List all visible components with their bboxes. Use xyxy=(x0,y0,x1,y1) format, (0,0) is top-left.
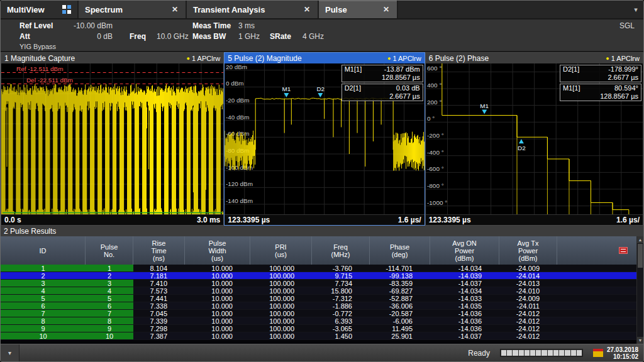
cell: -69.827 xyxy=(370,287,430,294)
cell: 100.000 xyxy=(250,317,312,324)
cell: 10.000 xyxy=(185,317,250,324)
marker-x: 2.6677 µs xyxy=(608,74,638,82)
trace-indicator: ● 1 APClrw xyxy=(606,55,640,62)
panel-pulse-phase-header[interactable]: 6 Pulse (2) Phase ● 1 APClrw xyxy=(426,53,643,63)
freq-value[interactable]: 10.0 GHz xyxy=(157,32,189,41)
column-header-7[interactable]: Avg ON Power (dBm) xyxy=(430,236,499,265)
magnitude-capture-plot[interactable]: Ref -12.511 dBmDel -22.511 dBm xyxy=(1,63,223,214)
trace-indicator: ● 1 APClrw xyxy=(187,55,221,62)
yig-bypass-label: YIG Bypass xyxy=(19,43,56,50)
marker-readout-m1: M1[1] 80.594° 128.8567 µs xyxy=(560,84,641,101)
table-row-2[interactable]: 227.18110.000100.0009.715-99.138-14.039-… xyxy=(1,272,636,280)
table-row-5[interactable]: 557.44110.000100.000-7.312-52.887-14.033… xyxy=(1,295,636,302)
panel-pulse-magnitude-header[interactable]: 5 Pulse (2) Magnitude ● 1 APClrw xyxy=(225,53,424,63)
cell: -14.036 xyxy=(430,325,499,332)
pulse-phase-plot[interactable]: 600 °400 °200 °0 °-200 °-400 °-600 °-800… xyxy=(426,63,643,214)
pulse-magnitude-plot[interactable]: 20 dBm0 dBm-20 dBm-40 dBm-60 dBm-80 dBm-… xyxy=(225,63,424,214)
svg-text:-1000 °: -1000 ° xyxy=(427,199,447,206)
table-row-7[interactable]: 777.04510.000100.000-0.772-20.587-14.036… xyxy=(1,310,636,317)
cell: 1.450 xyxy=(312,332,370,339)
column-header-0[interactable]: ID xyxy=(1,236,86,265)
close-icon[interactable]: ✕ xyxy=(170,5,179,14)
xaxis-start: 123.3395 µs xyxy=(429,216,471,224)
pulse-results-title[interactable]: 2 Pulse Results xyxy=(1,226,643,236)
cell: 8 xyxy=(86,317,133,324)
table-config-icon[interactable] xyxy=(619,247,628,254)
cell: 100.000 xyxy=(250,295,312,302)
cell: -3.065 xyxy=(312,325,370,332)
cell: 8.104 xyxy=(133,265,185,272)
cell: 100.000 xyxy=(250,265,312,272)
table-row-6[interactable]: 667.33810.000100.000-1.886-36.006-14.035… xyxy=(1,302,636,310)
scroll-down-icon[interactable]: ▼ xyxy=(637,337,643,344)
column-header-6[interactable]: Phase (deg) xyxy=(370,236,430,265)
cell: -1.886 xyxy=(312,302,370,309)
meas-bw-label: Meas BW xyxy=(192,32,226,41)
panel-pulse-phase[interactable]: 6 Pulse (2) Phase ● 1 APClrw 600 °400 °2… xyxy=(425,52,643,226)
scroll-thumb[interactable] xyxy=(638,244,643,268)
xaxis-end: 3.0 ms xyxy=(197,216,220,224)
cell: -114.701 xyxy=(370,265,430,272)
close-icon[interactable]: ✕ xyxy=(303,5,311,14)
cell: -3.760 xyxy=(312,265,370,272)
marker-readout-m1: M1[1] -13.87 dBm 128.8567 µs xyxy=(341,65,423,82)
ref-level-value[interactable]: -10.00 dBm xyxy=(64,21,113,30)
cell: -20.587 xyxy=(370,310,430,317)
cell-filler xyxy=(557,272,636,279)
cell: 10 xyxy=(1,332,86,339)
cell: 5 xyxy=(1,295,86,302)
tab-spectrum[interactable]: Spectrum ✕ xyxy=(79,1,187,18)
panel-magnitude-capture-header[interactable]: 1 Magnitude Capture ● 1 APClrw xyxy=(1,53,223,63)
panel-pulse-magnitude[interactable]: 5 Pulse (2) Magnitude ● 1 APClrw 20 dBm0… xyxy=(224,52,425,226)
status-date: 27.03.2018 xyxy=(607,346,638,353)
pulse-phase-xaxis: 123.3395 µs 1.6 µs/ xyxy=(426,214,643,225)
cell: 7.410 xyxy=(133,280,185,287)
meas-time-value[interactable]: 3 ms xyxy=(238,21,255,30)
column-header-2[interactable]: Rise Time (ns) xyxy=(133,236,185,265)
table-row-9[interactable]: 997.29810.000100.000-3.06511.495-14.036-… xyxy=(1,325,636,332)
cell: 10.000 xyxy=(185,325,250,332)
column-header-4[interactable]: PRI (us) xyxy=(250,236,312,265)
table-row-10[interactable]: 10107.38710.000100.0001.45025.901-14.037… xyxy=(1,332,636,340)
panel-title: 6 Pulse (2) Phase xyxy=(429,54,489,63)
tab-pulse[interactable]: Pulse ✕ xyxy=(319,1,398,18)
panel-magnitude-capture[interactable]: 1 Magnitude Capture ● 1 APClrw Ref -12.5… xyxy=(1,52,224,226)
results-header-row: IDPulse No.Rise Time (ns)Pulse Width (us… xyxy=(1,236,636,265)
cell: -14.036 xyxy=(430,310,499,317)
table-row-3[interactable]: 337.41010.000100.0007.734-83.359-14.037-… xyxy=(1,280,636,287)
srate-value[interactable]: 4 GHz xyxy=(303,32,324,41)
tab-transient-analysis[interactable]: Transient Analysis ✕ xyxy=(187,1,319,18)
close-icon[interactable]: ✕ xyxy=(382,5,391,14)
svg-text:-20 dBm: -20 dBm xyxy=(226,97,249,104)
column-header-3[interactable]: Pulse Width (us) xyxy=(185,236,250,265)
scroll-track[interactable] xyxy=(637,268,643,337)
table-scrollbar[interactable]: ▲ ▼ xyxy=(636,236,643,344)
cell: 100.000 xyxy=(250,332,312,339)
tab-multiview[interactable]: MultiView xyxy=(1,1,79,18)
statusbar-toggle-icon[interactable]: ▾ xyxy=(1,344,19,361)
cell-filler xyxy=(557,332,636,339)
column-header-5[interactable]: Freq (MHz) xyxy=(312,236,370,265)
cell: -14.036 xyxy=(430,317,499,324)
xaxis-scale: 1.6 µs/ xyxy=(398,216,421,224)
table-row-8[interactable]: 887.33910.000100.0006.393-6.006-14.036-2… xyxy=(1,317,636,325)
svg-text:0 °: 0 ° xyxy=(427,115,435,122)
att-value[interactable]: 0 dB xyxy=(64,32,113,41)
marker-name: D2[1] xyxy=(563,65,579,74)
svg-text:-120 dBm: -120 dBm xyxy=(226,180,253,187)
cell: -24.012 xyxy=(499,332,557,339)
scroll-up-icon[interactable]: ▲ xyxy=(637,236,643,243)
cell: 15.800 xyxy=(312,287,370,294)
meas-bw-value[interactable]: 1 GHz xyxy=(238,32,260,41)
column-header-1[interactable]: Pulse No. xyxy=(86,236,133,265)
cell: 7.181 xyxy=(133,272,185,279)
table-row-1[interactable]: 118.10410.000100.000-3.760-114.701-14.03… xyxy=(1,265,636,272)
cell: 6 xyxy=(1,302,86,309)
cell: 10.000 xyxy=(185,295,250,302)
column-header-8[interactable]: Avg Tx Power (dBm) xyxy=(499,236,557,265)
table-row-4[interactable]: 447.57310.000100.00015.800-69.827-14.034… xyxy=(1,287,636,295)
cell: 4 xyxy=(1,287,86,294)
tab-overflow-caret-icon[interactable]: ▾ xyxy=(628,1,643,18)
cell: -24.013 xyxy=(499,280,557,287)
marker-x: 128.8567 µs xyxy=(382,74,420,82)
